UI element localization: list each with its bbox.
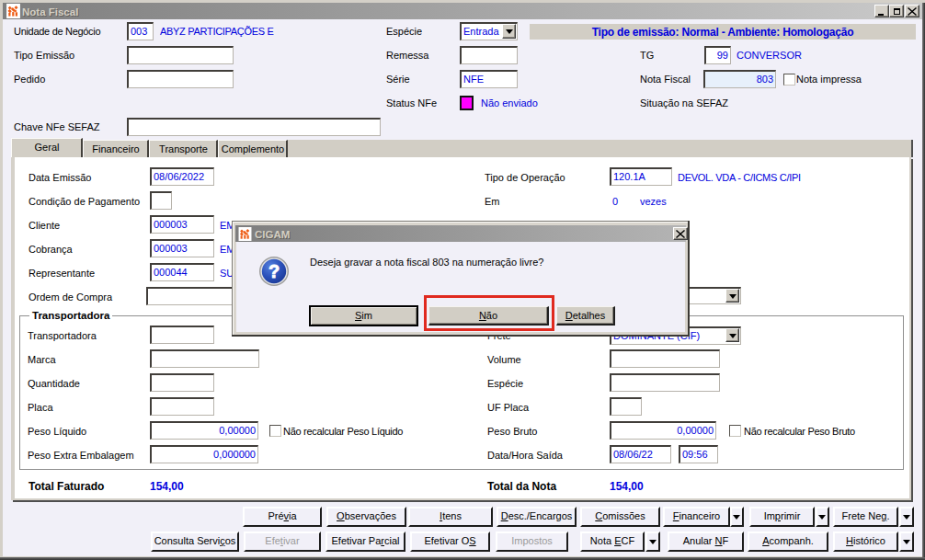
svg-text:?: ? [268, 261, 280, 281]
